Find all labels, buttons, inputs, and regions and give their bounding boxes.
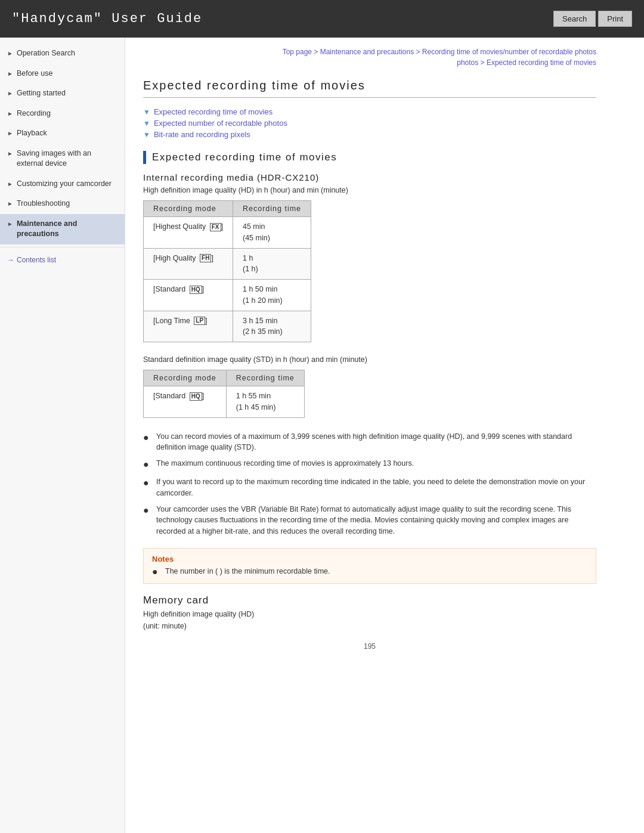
content-area: Top page > Maintenance and precautions >… [125, 38, 614, 833]
breadcrumb-part-1[interactable]: Top page [283, 48, 312, 56]
sidebar-item-before-use[interactable]: ►Before use [0, 64, 125, 84]
toc-label-2: Expected number of recordable photos [154, 119, 287, 128]
std-time-cell: 1 h 55 min(1 h 45 min) [226, 386, 304, 418]
hd-time-cell: 1 h 50 min(1 h 20 min) [233, 280, 311, 311]
std-recording-table: Recording mode Recording time [Standard … [143, 370, 305, 418]
breadcrumb-part-3[interactable]: Recording time of movies/number of recor… [422, 48, 596, 56]
sidebar-arrow-recording: ► [7, 110, 13, 118]
bullet-dot: ● [143, 457, 153, 472]
mode-badge: HQ [190, 392, 202, 401]
hd-time-cell: 3 h 15 min(2 h 35 min) [233, 311, 311, 342]
contents-list-label: Contents list [17, 256, 56, 264]
sidebar-arrow-operation-search: ► [7, 49, 13, 58]
hd-table-row: [Long Time LP] 3 h 15 min(2 h 35 min) [144, 311, 311, 342]
toc-arrow-3: ▼ [143, 131, 150, 139]
memory-card-desc1: High definition image quality (HD) [143, 610, 596, 618]
bullet-text: If you want to record up to the maximum … [156, 476, 596, 499]
main-layout: ►Operation Search►Before use►Getting sta… [0, 38, 644, 833]
hd-table-row: [Highest Quality FX] 45 min(45 min) [144, 217, 311, 249]
bullet-dot: ● [143, 503, 153, 518]
sidebar-label-getting-started: Getting started [17, 88, 117, 99]
hd-mode-cell: [Highest Quality FX] [144, 217, 233, 249]
toc-links: ▼ Expected recording time of movies ▼ Ex… [143, 107, 596, 139]
breadcrumb-part-4[interactable]: photos > Expected recording time of movi… [457, 58, 596, 67]
section-bar-icon [143, 151, 146, 164]
bullet-dot: ● [143, 476, 153, 490]
breadcrumb-sep-2: > [416, 48, 422, 56]
sidebar-item-customizing[interactable]: ►Customizing your camcorder [0, 174, 125, 194]
notes-item-1: ● The number in ( ) is the minimum recor… [152, 567, 587, 577]
memory-card-desc2: (unit: minute) [143, 622, 596, 630]
bullet-dot: ● [143, 431, 153, 445]
mode-badge: FH [200, 254, 211, 262]
sidebar: ►Operation Search►Before use►Getting sta… [0, 38, 125, 833]
page-title: Expected recording time of movies [143, 79, 596, 98]
bullet-item: ●If you want to record up to the maximum… [143, 476, 596, 499]
bullet-text: Your camcorder uses the VBR (Variable Bi… [156, 504, 596, 537]
section-title-text: Expected recording time of movies [152, 151, 337, 163]
internal-media-heading: Internal recording media (HDR-CX210) [143, 172, 596, 182]
hd-mode-cell: [High Quality FH] [144, 248, 233, 280]
memory-card-title: Memory card [143, 594, 596, 606]
hd-recording-table: Recording mode Recording time [Highest Q… [143, 200, 311, 342]
hd-table-row: [High Quality FH] 1 h(1 h) [144, 248, 311, 280]
std-table-header-time: Recording time [226, 370, 304, 386]
toc-label-3: Bit-rate and recording pixels [154, 130, 250, 139]
toc-arrow-1: ▼ [143, 108, 150, 116]
contents-list-link[interactable]: → Contents list [0, 250, 125, 270]
app-title: "Handycam" User Guide [12, 11, 202, 26]
sidebar-label-saving-images: Saving images with an external device [17, 148, 117, 169]
arrow-right-icon: → [7, 256, 14, 264]
mode-badge: HQ [190, 286, 202, 294]
sidebar-arrow-customizing: ► [7, 180, 13, 188]
sidebar-arrow-maintenance: ► [7, 220, 13, 228]
sidebar-arrow-getting-started: ► [7, 89, 13, 98]
sidebar-label-troubleshooting: Troubleshooting [17, 199, 117, 209]
breadcrumb: Top page > Maintenance and precautions >… [143, 47, 596, 68]
std-desc: Standard definition image quality (STD) … [143, 355, 596, 364]
header-actions: Search Print [553, 11, 632, 27]
sidebar-label-customizing: Customizing your camcorder [17, 179, 117, 190]
notes-box: Notes ● The number in ( ) is the minimum… [143, 548, 596, 584]
notes-bullet: ● [152, 566, 162, 577]
toc-label-1: Expected recording time of movies [154, 107, 273, 116]
hd-mode-cell: [Standard HQ] [144, 280, 233, 311]
notes-item-text-1: The number in ( ) is the minimum recorda… [165, 567, 330, 575]
sidebar-label-playback: Playback [17, 128, 117, 139]
toc-link-1[interactable]: ▼ Expected recording time of movies [143, 107, 596, 116]
sidebar-item-saving-images[interactable]: ►Saving images with an external device [0, 144, 125, 174]
hd-time-cell: 45 min(45 min) [233, 217, 311, 249]
breadcrumb-sep-3 [355, 58, 455, 67]
search-button[interactable]: Search [553, 11, 596, 27]
mode-badge: FX [210, 223, 221, 231]
toc-link-2[interactable]: ▼ Expected number of recordable photos [143, 119, 596, 128]
section-title: Expected recording time of movies [143, 151, 596, 164]
sidebar-item-troubleshooting[interactable]: ►Troubleshooting [0, 194, 125, 214]
notes-title: Notes [152, 555, 587, 563]
sidebar-arrow-playback: ► [7, 129, 13, 138]
hd-time-cell: 1 h(1 h) [233, 248, 311, 280]
sidebar-label-recording: Recording [17, 109, 117, 119]
breadcrumb-part-2[interactable]: Maintenance and precautions [320, 48, 414, 56]
sidebar-item-playback[interactable]: ►Playback [0, 123, 125, 144]
toc-link-3[interactable]: ▼ Bit-rate and recording pixels [143, 130, 596, 139]
sidebar-item-maintenance[interactable]: ►Maintenance and precautions [0, 214, 125, 244]
sidebar-label-operation-search: Operation Search [17, 48, 117, 59]
bullet-text: The maximum continuous recording time of… [156, 458, 414, 469]
breadcrumb-sep-1: > [314, 48, 320, 56]
bullet-text: You can record movies of a maximum of 3,… [156, 431, 596, 454]
print-button[interactable]: Print [598, 11, 632, 27]
bullet-item: ●You can record movies of a maximum of 3… [143, 431, 596, 454]
sidebar-item-operation-search[interactable]: ►Operation Search [0, 44, 125, 64]
mode-badge: LP [194, 317, 205, 325]
sidebar-item-getting-started[interactable]: ►Getting started [0, 83, 125, 104]
std-table-row: [Standard HQ] 1 h 55 min(1 h 45 min) [144, 386, 305, 418]
std-table-header-mode: Recording mode [144, 370, 227, 386]
sidebar-label-maintenance: Maintenance and precautions [17, 219, 117, 240]
sidebar-arrow-troubleshooting: ► [7, 200, 13, 208]
header: "Handycam" User Guide Search Print [0, 0, 644, 38]
hd-desc: High definition image quality (HD) in h … [143, 186, 596, 194]
sidebar-arrow-before-use: ► [7, 70, 13, 78]
sidebar-item-recording[interactable]: ►Recording [0, 104, 125, 124]
hd-table-header-mode: Recording mode [144, 201, 233, 217]
